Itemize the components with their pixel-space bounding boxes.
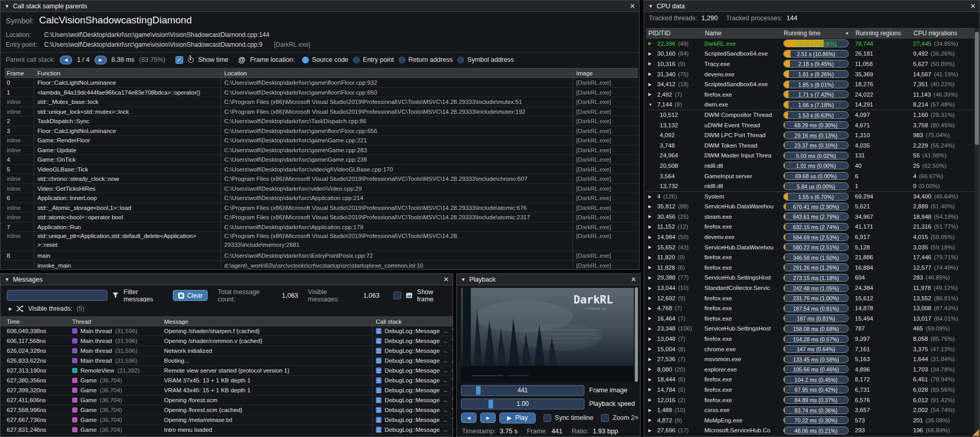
expand-icon[interactable]: ▶ [648,82,655,87]
step-back-button[interactable]: ◀ [461,413,477,423]
process-row[interactable]: ▶8,080(20)explorer.exe105.66 ms (0.46%)4… [646,364,974,375]
cpu-table-header[interactable]: PID/TID Name Running time▼ Running regio… [646,28,974,38]
process-row[interactable]: ▶23,348(106)ServiceHub.SettingsHost158.0… [646,324,974,334]
process-row[interactable]: ▶10,316(9)Tracy.exe2.18 s (9.45%)11,0585… [646,59,974,69]
callstack-row[interactable]: inlineGame::RenderFloorC:\Users\wolf\Des… [5,136,638,145]
radio-return-address[interactable] [399,57,405,63]
message-row[interactable]: 627,667,736nsGame(36,704)Opening /meta/r… [1,415,453,425]
process-row[interactable]: ▶29,388(77)ServiceHub.SettingsHost273.15… [646,273,974,283]
callstack-row[interactable]: inlinestd::_Atomic_storage<bool,1>::load… [5,203,638,213]
frame-image-slider[interactable]: 441 [461,385,584,396]
message-row[interactable]: 627,831,246nsGame(36,704)Intro menu load… [1,425,453,435]
callstack-row[interactable]: inlinestd::unique_lock<std::mutex>::lock… [5,107,638,117]
option-symbol-address[interactable]: Symbol address [457,56,514,63]
close-icon[interactable]: × [971,3,975,10]
process-row[interactable]: ▶30,160(84)ScriptedSandbox64.exe2.51 s (… [646,49,974,59]
process-row[interactable]: ▶30,456(25)steam.exe643.61 ms (2.79%)34,… [646,211,974,222]
process-row[interactable]: ▶18,444(6)firefox.exe104.2 ms (0.45%)8,1… [646,375,974,385]
expand-icon[interactable]: ▶ [648,204,655,209]
expand-icon[interactable]: ▶ [648,398,655,402]
close-icon[interactable]: × [631,276,636,283]
process-row[interactable]: ▶13,044(10)StandardCollector.Servic242.4… [646,283,974,293]
collapse-icon[interactable]: ▼ [5,4,9,9]
callstack-row[interactable]: 8mainC:\Users\wolf\Desktop\darkrl\src\En… [5,251,638,261]
expand-icon[interactable]: ▶ [648,275,655,280]
step-forward-button[interactable]: ▶ [480,413,496,423]
expand-icon[interactable]: ▶ [648,265,655,270]
expand-icon[interactable]: ▶ [648,235,655,240]
process-row[interactable]: ▶4,872(9)MsMpEng.exe70.22 ms (0.30%)5732… [646,415,974,426]
callstack-row[interactable]: 7Application::RunC:\Users\wolf\Desktop\d… [5,222,638,232]
visible-threads-line[interactable]: ▶ Visible threads: (5) [9,305,85,312]
column-name[interactable]: Name [701,29,780,38]
playback-panel-titlebar[interactable]: ▼ Playback × [457,274,640,285]
process-row[interactable]: ▶11,152(12)firefox.exe632.15 ms (2.74%)4… [646,222,974,232]
column-pid-tid[interactable]: PID/TID [646,29,701,38]
expand-icon[interactable]: ▶ [648,428,655,433]
close-icon[interactable]: × [630,3,635,10]
process-row[interactable]: ▶16,464(7)firefox.exe187 ms (0.81%)15,49… [646,313,974,324]
sync-timeline-checkbox[interactable] [543,414,551,422]
column-location[interactable]: Location [221,69,573,77]
callstack-row[interactable]: 5VideoGLBase::TickC:\Users\wolf\Desktop\… [5,165,638,175]
callstack-row[interactable]: invoke_maind:\agent\_work\63\s\src\vctoo… [5,261,638,270]
playback-speed-slider[interactable]: 1.00 [461,399,584,409]
expand-icon[interactable]: ▶ [648,326,655,331]
process-row[interactable]: ▶2,492(7)firefox.exe1.71 s (7.42%)24,022… [646,89,974,100]
column-time[interactable]: Time [1,317,69,326]
expand-icon[interactable]: ▶ [648,194,655,199]
process-row[interactable]: ▶13,048(7)firefox.exe154.28 ms (0.67%)9,… [646,334,974,344]
expand-icon[interactable]: ▶ [648,367,655,372]
expand-icon[interactable]: ▶ [648,61,655,66]
message-row[interactable]: 626,024,328nsMain thread(31,596)Network … [1,346,453,356]
column-message[interactable]: Message [161,317,372,326]
column-thread[interactable]: Thread [69,317,161,326]
radio-symbol-address[interactable] [457,57,464,63]
process-row[interactable]: 10,512DWM Compositor Thread1.53 s (6.63%… [646,110,974,120]
column-callstack[interactable]: Call stack [372,317,453,326]
callstack-row[interactable]: inlinestd::atomic<bool>::operator boolC:… [5,213,638,222]
process-row[interactable]: ▶22,396(49)DarkRL.exe14.33 s (62.06%)78,… [646,38,974,49]
process-row[interactable]: 20,508ntdll.dll1.01 ms (0.00%)4025(62.50… [646,161,974,171]
process-row[interactable]: ▶15,004(8)chrome.exe147 ms (0.64%)7,1613… [646,344,974,354]
expand-icon[interactable]: ▶ [648,286,655,290]
expand-icon[interactable]: ▶ [648,408,655,413]
collapse-icon[interactable]: ▼ [5,277,9,282]
column-running-regions[interactable]: Running regions [852,29,910,38]
process-row[interactable]: 4,092DWM LPC Port Thread29.16 ms (0.13%)… [646,130,974,140]
process-row[interactable]: ▶12,692(9)firefox.exe231.76 ms (1.00%)15… [646,293,974,303]
column-cpu-migrations[interactable]: CPU migrations [910,29,974,38]
expand-icon[interactable]: ▶ [648,92,655,97]
expand-icon[interactable]: ▶ [648,387,655,392]
process-row[interactable]: ▶11,828(6)firefox.exe291.26 ms (1.26%)16… [646,262,974,273]
process-row[interactable]: ▶4,768(7)firefox.exe187.54 ms (0.81%)14,… [646,303,974,313]
callstack-row[interactable]: inlinestd::_Mutex_base::lockC:\Program F… [5,97,638,107]
process-row[interactable]: ▶11,820(9)firefox.exe346.58 ms (1.50%)21… [646,252,974,262]
filter-input[interactable] [7,290,107,301]
next-callstack-button[interactable]: ▶ [94,56,107,64]
callstack-row[interactable]: 6Application::InnerLoopC:\Users\wolf\Des… [5,193,638,203]
callstack-row[interactable]: inlineGame::UpdateC:\Users\wolf\Desktop\… [5,145,638,155]
expand-icon[interactable]: ▶ [648,347,655,351]
process-row[interactable]: 13,132uDWM Event Thread68.29 ms (0.30%)4… [646,120,974,130]
process-row[interactable]: ▼7,144(8)dwm.exe1.66 s (7.18%)14,2918,21… [646,100,974,110]
callstack-row[interactable]: inlinestd::unique_ptr<Application,std::d… [5,232,638,251]
message-row[interactable]: 626,833,622nsMain thread(31,596)Booting.… [1,356,453,366]
process-row[interactable]: ▶14,984(50)devenv.exe584.69 ms (2.53%)6,… [646,232,974,242]
show-frame-checkbox[interactable] [393,292,401,299]
process-row[interactable]: 3,564GameInput server69.68 us (0.00%)64(… [646,171,974,181]
message-row[interactable]: 627,313,190nsRemoteView(31,392)Remote vi… [1,366,453,376]
callstack-row[interactable]: 2TaskDispatch::SyncC:\Users\wolf\Desktop… [5,116,638,126]
process-row[interactable]: ▶14,784(5)firefox.exe97.95 ms (0.42%)6,7… [646,385,974,395]
play-button[interactable]: ▶ Play [499,413,536,423]
callstack-row[interactable]: 0Floor::CalcLightNoLuminanceC:\Users\wol… [5,78,638,88]
expand-icon[interactable]: ▶ [648,214,655,219]
message-row[interactable]: 606,117,568nsMain thread(31,596)Opening … [1,336,453,346]
scrollbar-thumb[interactable] [975,32,979,145]
option-entry-point[interactable]: Entry point [353,56,394,63]
collapse-icon[interactable]: ▼ [648,102,655,107]
show-time-checkbox[interactable]: ✓ [175,56,183,64]
expand-icon[interactable]: ▶ [648,224,655,229]
expand-icon[interactable]: ▶ [648,51,655,56]
process-row[interactable]: ▶1,488(10)csrss.exe83.74 ms (0.36%)3,657… [646,405,974,415]
